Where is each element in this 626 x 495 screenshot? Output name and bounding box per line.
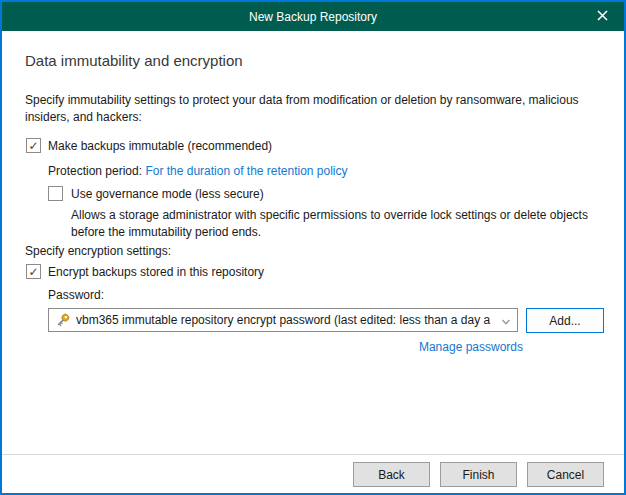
password-label: Password: [48,287,104,304]
chevron-down-icon [501,316,511,330]
manage-passwords-link[interactable]: Manage passwords [419,340,523,354]
password-combobox[interactable]: vbm365 immutable repository encrypt pass… [48,308,518,332]
new-backup-repository-window: New Backup Repository Data immutability … [0,0,626,495]
governance-mode-label[interactable]: Use governance mode (less secure) [71,186,264,202]
governance-mode-checkbox[interactable] [48,186,63,201]
titlebar: New Backup Repository [2,2,624,31]
encrypt-backups-label[interactable]: Encrypt backups stored in this repositor… [48,264,264,280]
immutability-intro: Specify immutability settings to protect… [25,92,600,126]
protection-period-row: Protection period: For the duration of t… [48,163,348,179]
page-title: Data immutability and encryption [25,52,243,69]
governance-mode-description: Allows a storage administrator with spec… [71,207,616,241]
encryption-intro: Specify encryption settings: [25,243,171,260]
manage-passwords-row: Manage passwords [48,340,523,354]
add-password-button[interactable]: Add... [526,308,604,333]
password-combobox-value: vbm365 immutable repository encrypt pass… [76,313,495,327]
back-button[interactable]: Back [353,462,430,487]
finish-button[interactable]: Finish [440,462,517,487]
close-icon [597,9,608,24]
protection-period-label: Protection period: [48,164,142,178]
make-backups-immutable-label[interactable]: Make backups immutable (recommended) [48,138,272,154]
make-backups-immutable-checkbox[interactable]: ✓ [26,138,41,153]
cancel-button[interactable]: Cancel [527,462,604,487]
close-button[interactable] [580,2,624,31]
key-icon [55,312,71,328]
window-title: New Backup Repository [249,10,377,24]
footer-divider [2,454,624,455]
encrypt-backups-checkbox[interactable]: ✓ [26,264,41,279]
protection-period-link[interactable]: For the duration of the retention policy [145,164,347,178]
